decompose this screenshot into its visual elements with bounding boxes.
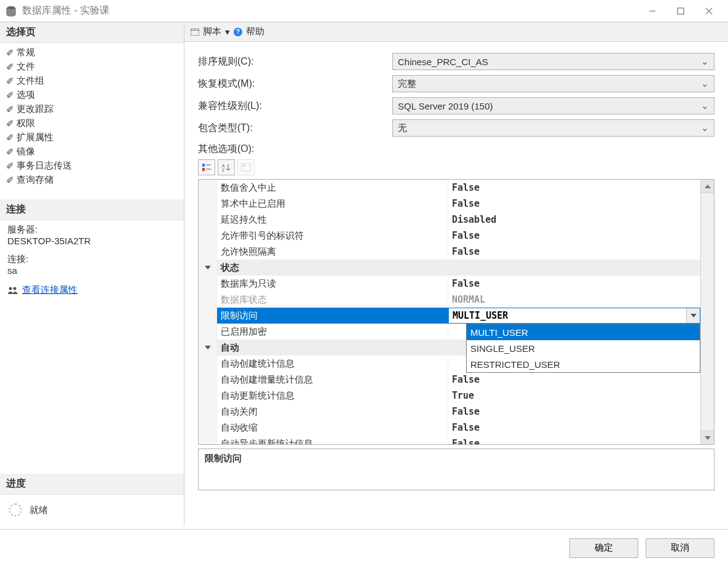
compat-select[interactable]: SQL Server 2019 (150)⌄ — [392, 97, 714, 114]
scrollbar[interactable] — [700, 180, 714, 444]
expand-toggle[interactable] — [199, 212, 217, 228]
sidebar-item[interactable]: ✐扩展属性 — [0, 130, 184, 145]
svg-rect-7 — [191, 28, 199, 36]
minimize-button[interactable] — [638, 1, 667, 21]
sidebar-item[interactable]: ✐镜像 — [0, 145, 184, 159]
property-row[interactable]: 自动关闭False — [199, 404, 700, 420]
sidebar-item[interactable]: ✐权限 — [0, 116, 184, 130]
property-value[interactable]: Disabled — [448, 212, 700, 228]
property-value[interactable]: False — [448, 180, 700, 196]
property-row[interactable]: 允许快照隔离False — [199, 244, 700, 260]
expand-toggle[interactable] — [199, 308, 217, 324]
sidebar-item[interactable]: ✐选项 — [0, 88, 184, 102]
collation-select[interactable]: Chinese_PRC_CI_AS⌄ — [392, 53, 714, 70]
property-value[interactable]: False — [448, 436, 700, 444]
property-row[interactable]: 数值舍入中止False — [199, 180, 700, 196]
sidebar-item-label: 更改跟踪 — [17, 103, 53, 115]
property-grid: 数值舍入中止False算术中止已启用False延迟持久性Disabled允许带引… — [198, 179, 714, 445]
sidebar-item[interactable]: ✐事务日志传送 — [0, 159, 184, 173]
property-value[interactable]: False — [448, 244, 700, 260]
property-value[interactable]: MULTI_USER — [448, 308, 700, 324]
sidebar-item-label: 文件 — [17, 61, 35, 73]
dropdown-option[interactable]: MULTI_USER — [467, 324, 700, 340]
alphabetical-view-button[interactable]: AZ — [218, 159, 235, 175]
chevron-down-icon[interactable] — [686, 308, 700, 323]
close-button[interactable] — [695, 1, 723, 21]
sidebar-item-label: 权限 — [17, 118, 35, 129]
sidebar-item[interactable]: ✐文件组 — [0, 74, 184, 88]
toolbar: 脚本 ▾ ? 帮助 — [184, 22, 728, 42]
script-button[interactable]: 脚本 — [203, 26, 221, 38]
property-label: 状态 — [217, 260, 448, 276]
property-label: 自动异步更新统计信息 — [217, 436, 448, 444]
expand-toggle[interactable] — [199, 292, 217, 308]
property-row[interactable]: 数据库为只读False — [199, 276, 700, 292]
property-description: 限制访问 — [198, 448, 714, 490]
view-connection-link[interactable]: 查看连接属性 — [22, 284, 77, 296]
script-window-icon — [191, 28, 199, 36]
property-row[interactable]: 数据库状态NORMAL — [199, 292, 700, 308]
property-row[interactable]: 自动创建增量统计信息False — [199, 372, 700, 388]
expand-toggle[interactable] — [199, 228, 217, 244]
property-row[interactable]: 自动更新统计信息True — [199, 388, 700, 404]
property-row[interactable]: 状态 — [199, 260, 700, 276]
sidebar-item[interactable]: ✐更改跟踪 — [0, 102, 184, 116]
content-area: 脚本 ▾ ? 帮助 排序规则(C): Chinese_PRC_CI_AS⌄ 恢复… — [184, 22, 728, 525]
property-label: 自动关闭 — [217, 404, 448, 420]
property-row[interactable]: 自动收缩False — [199, 420, 700, 436]
expand-toggle[interactable] — [199, 196, 217, 212]
svg-rect-16 — [242, 164, 250, 171]
property-value[interactable]: False — [448, 420, 700, 436]
expand-toggle[interactable] — [199, 180, 217, 196]
property-value[interactable]: False — [448, 228, 700, 244]
property-label: 延迟持久性 — [217, 212, 448, 228]
recovery-select[interactable]: 完整⌄ — [392, 75, 714, 92]
window-title: 数据库属性 - 实验课 — [22, 4, 109, 17]
cancel-button[interactable]: 取消 — [646, 538, 714, 558]
property-value[interactable]: False — [448, 372, 700, 388]
property-row[interactable]: 算术中止已启用False — [199, 196, 700, 212]
expand-toggle[interactable] — [199, 276, 217, 292]
svg-rect-2 — [678, 8, 684, 14]
ok-button[interactable]: 确定 — [569, 538, 638, 558]
restrict-access-dropdown[interactable]: MULTI_USERSINGLE_USERRESTRICTED_USER — [466, 324, 700, 373]
containment-select[interactable]: 无⌄ — [392, 119, 714, 137]
property-label: 已启用加密 — [217, 324, 448, 340]
expand-toggle[interactable] — [199, 388, 217, 404]
sidebar-item-label: 扩展属性 — [17, 132, 53, 143]
property-value[interactable]: NORMAL — [448, 292, 700, 308]
property-value[interactable]: False — [448, 404, 700, 420]
svg-rect-17 — [243, 165, 245, 167]
sidebar-item[interactable]: ✐查询存储 — [0, 173, 184, 187]
scroll-up-icon[interactable] — [701, 180, 714, 193]
maximize-button[interactable] — [667, 1, 695, 21]
expand-toggle[interactable] — [199, 324, 217, 340]
dropdown-arrow-icon[interactable]: ▾ — [225, 26, 230, 38]
scroll-down-icon[interactable] — [701, 431, 714, 444]
server-label: 服务器: — [7, 224, 176, 236]
expand-toggle[interactable] — [199, 436, 217, 444]
chevron-down-icon: ⌄ — [701, 78, 709, 89]
property-value[interactable]: False — [448, 276, 700, 292]
property-value[interactable]: True — [448, 388, 700, 404]
expand-toggle[interactable] — [199, 372, 217, 388]
expand-toggle[interactable] — [199, 244, 217, 260]
expand-toggle[interactable] — [199, 356, 217, 372]
expand-toggle[interactable] — [199, 420, 217, 436]
help-button[interactable]: 帮助 — [246, 26, 264, 38]
expand-toggle[interactable] — [199, 404, 217, 420]
sidebar-item[interactable]: ✐常规 — [0, 46, 184, 60]
property-row[interactable]: 限制访问MULTI_USER — [199, 308, 700, 324]
property-label: 允许带引号的标识符 — [217, 228, 448, 244]
sidebar-item[interactable]: ✐文件 — [0, 60, 184, 74]
property-row[interactable]: 自动异步更新统计信息False — [199, 436, 700, 444]
property-value[interactable]: False — [448, 196, 700, 212]
wrench-icon: ✐ — [6, 47, 14, 58]
categorized-view-button[interactable] — [198, 159, 215, 175]
property-row[interactable]: 延迟持久性Disabled — [199, 212, 700, 228]
sidebar-item-label: 常规 — [17, 47, 35, 58]
dropdown-option[interactable]: RESTRICTED_USER — [467, 356, 700, 372]
property-value[interactable] — [448, 260, 700, 276]
property-row[interactable]: 允许带引号的标识符False — [199, 228, 700, 244]
dropdown-option[interactable]: SINGLE_USER — [467, 340, 700, 356]
